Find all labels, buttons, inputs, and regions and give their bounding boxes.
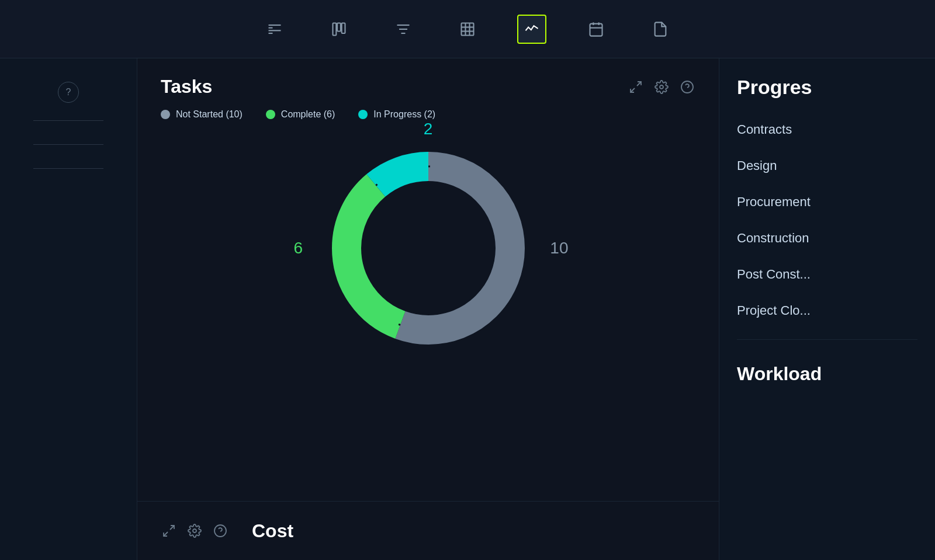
- donut-chart: 2 6 10: [323, 143, 534, 353]
- svg-point-23: [214, 525, 226, 537]
- chart-legend: Not Started (10) Complete (6) In Progres…: [161, 109, 695, 120]
- svg-point-19: [660, 85, 663, 89]
- progress-item-project-clo[interactable]: Project Clo...: [737, 303, 917, 318]
- expand-icon[interactable]: [628, 79, 644, 95]
- chart-label-not-started: 10: [550, 239, 568, 258]
- filter-icon[interactable]: [389, 15, 418, 44]
- table-view-icon[interactable]: [453, 15, 482, 44]
- progress-item-contracts[interactable]: Contracts: [737, 122, 917, 137]
- legend-not-started: Not Started (10): [161, 109, 243, 120]
- right-sidebar: Progres Contracts Design Procurement Con…: [719, 58, 935, 560]
- sidebar-divider-3: [33, 168, 103, 169]
- progress-title: Progres: [737, 76, 917, 99]
- not-started-label: Not Started (10): [176, 109, 243, 120]
- complete-label: Complete (6): [281, 109, 335, 120]
- cost-panel: Cost: [137, 502, 719, 560]
- chart-label-complete: 6: [294, 239, 303, 258]
- in-progress-dot: [358, 110, 368, 119]
- toolbar: [0, 0, 935, 58]
- not-started-dot: [161, 110, 170, 119]
- svg-rect-10: [462, 23, 474, 35]
- cost-settings-icon[interactable]: [186, 523, 203, 539]
- progress-item-design[interactable]: Design: [737, 158, 917, 173]
- chart-label-in-progress: 2: [424, 120, 433, 138]
- analytics-view-icon[interactable]: [517, 15, 546, 44]
- svg-point-20: [681, 81, 693, 93]
- list-view-icon[interactable]: [260, 15, 289, 44]
- svg-point-22: [193, 529, 196, 533]
- tasks-panel-header: Tasks: [161, 76, 695, 98]
- tasks-panel: Tasks: [137, 58, 719, 502]
- svg-rect-6: [342, 23, 345, 33]
- svg-rect-4: [333, 23, 337, 35]
- settings-icon[interactable]: [653, 79, 670, 95]
- help-label: ?: [66, 87, 71, 98]
- tasks-panel-actions: [628, 79, 695, 95]
- center-content: Tasks: [137, 58, 719, 560]
- progress-item-post-const[interactable]: Post Const...: [737, 267, 917, 282]
- sidebar-help-button[interactable]: ?: [58, 82, 79, 103]
- main-layout: ? Tasks: [0, 58, 935, 560]
- document-view-icon[interactable]: [646, 15, 675, 44]
- progress-item-construction[interactable]: Construction: [737, 231, 917, 246]
- legend-in-progress: In Progress (2): [358, 109, 435, 120]
- donut-svg: [323, 143, 534, 353]
- in-progress-label: In Progress (2): [373, 109, 435, 120]
- legend-complete: Complete (6): [266, 109, 335, 120]
- calendar-view-icon[interactable]: [581, 15, 611, 44]
- help-icon[interactable]: [679, 79, 695, 95]
- tasks-title: Tasks: [161, 76, 212, 98]
- progress-item-procurement[interactable]: Procurement: [737, 194, 917, 210]
- cost-expand-icon[interactable]: [161, 523, 177, 539]
- sidebar-divider-2: [33, 144, 103, 145]
- sidebar-divider-1: [33, 120, 103, 121]
- complete-dot: [266, 110, 275, 119]
- donut-chart-container: 2 6 10: [161, 126, 695, 371]
- left-sidebar: ?: [0, 58, 137, 560]
- svg-rect-15: [590, 23, 602, 36]
- kanban-view-icon[interactable]: [324, 15, 354, 44]
- workload-title: Workload: [737, 363, 917, 385]
- cost-bottom-icons: [161, 523, 228, 539]
- cost-help-icon[interactable]: [212, 523, 228, 539]
- svg-rect-5: [337, 23, 341, 31]
- cost-title: Cost: [252, 520, 293, 542]
